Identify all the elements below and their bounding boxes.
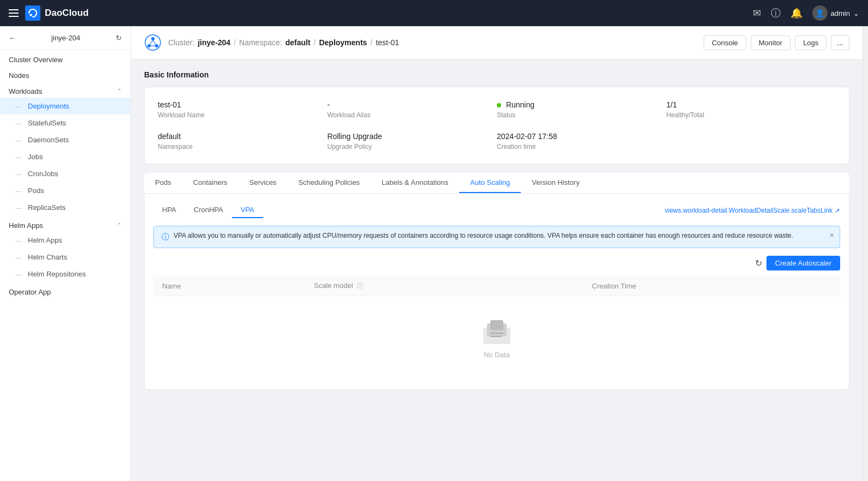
separator: / [370,38,372,47]
svg-point-3 [151,37,154,40]
tab-version-history[interactable]: Version History [521,173,590,193]
no-data-icon [480,318,513,345]
back-button[interactable]: ← [9,34,16,42]
current-page: test-01 [376,38,399,47]
sidebar-section-helm-apps[interactable]: Helm Apps ⌃ [0,216,130,232]
refresh-button[interactable]: ↻ [755,258,762,268]
page-header: Cluster: jinye-204 / Namespace: default … [131,26,863,59]
sidebar-item-statefulsets[interactable]: — StatefulSets [0,115,130,131]
username: admin [831,9,850,17]
message-icon[interactable]: ✉ [753,7,761,19]
logs-button[interactable]: Logs [795,35,827,50]
tab-services[interactable]: Services [239,173,288,193]
more-button[interactable]: ... [831,35,849,50]
col-scale-model: Scale model ⓘ [305,276,583,296]
sub-tab-cronhpa[interactable]: CronHPA [185,202,232,218]
tab-auto-scaling[interactable]: Auto Scaling [459,173,521,193]
dash-icon: — [15,137,21,143]
sidebar-section-workloads[interactable]: Workloads ⌃ [0,82,130,98]
sidebar-item-deployments[interactable]: — Deployments [0,98,130,115]
upgrade-policy-value: Rolling Upgrade [328,132,497,141]
sidebar-item-label: StatefulSets [28,119,66,127]
bell-icon[interactable]: 🔔 [790,7,802,19]
deployments-link[interactable]: Deployments [319,38,367,47]
sidebar-item-jobs[interactable]: — Jobs [0,148,130,165]
main-layout: ← jinye-204 ↻ Cluster Overview Nodes Wor… [0,26,868,481]
no-data-area: No Data [153,296,840,381]
sidebar-item-label: Jobs [28,153,43,161]
dash-icon: — [15,254,21,261]
dash-icon: — [15,205,21,211]
sidebar-item-helm-repositories[interactable]: — Helm Repositories [0,266,130,282]
sidebar-item-daemonsets[interactable]: — DaemonSets [0,131,130,148]
sidebar-item-label: Pods [28,187,44,195]
sidebar-item-replicasets[interactable]: — ReplicaSets [0,199,130,216]
sidebar-item-label: Helm Apps [9,221,43,230]
alert-text: VPA allows you to manually or automatica… [174,232,793,239]
refresh-icon[interactable]: ↻ [116,34,122,42]
cluster-icon [144,34,162,51]
sidebar-item-helm-charts[interactable]: — Helm Charts [0,249,130,266]
tab-containers[interactable]: Containers [182,173,239,193]
sub-tab-hpa[interactable]: HPA [153,202,185,218]
tab-labels-annotations[interactable]: Labels & Annotations [371,173,459,193]
sidebar-item-label: CronJobs [28,170,58,178]
sidebar-item-helm-apps-sub[interactable]: — Helm Apps [0,232,130,249]
user-menu[interactable]: 👤 admin ⌄ [812,5,859,21]
upgrade-policy-label: Upgrade Policy [328,143,497,151]
sidebar: ← jinye-204 ↻ Cluster Overview Nodes Wor… [0,26,131,481]
workload-name-label: Workload Name [158,111,328,119]
create-autoscaler-button[interactable]: Create Autoscaler [766,256,840,270]
namespace-field: default Namespace [158,130,328,153]
sidebar-item-cluster-overview[interactable]: Cluster Overview [0,50,130,66]
tab-scheduling-policies[interactable]: Scheduling Policies [287,173,371,193]
tab-pods[interactable]: Pods [144,173,182,193]
logo-text: DaoCloud [45,8,88,19]
topnav-right: ✉ ⓘ 🔔 👤 admin ⌄ [753,5,859,21]
workload-alias-label: Workload Alias [328,111,497,119]
scale-tabs-link[interactable]: views.workload-detail.WorkloadDetailScal… [665,207,840,214]
monitor-button[interactable]: Monitor [751,35,790,50]
header-actions: Console Monitor Logs ... [704,35,849,50]
external-link-icon: ➚ [835,207,840,214]
dash-icon: — [15,171,21,177]
upgrade-policy-field: Rolling Upgrade Upgrade Policy [328,130,497,153]
help-icon[interactable]: ⓘ [357,282,363,289]
status-value: Running [497,100,667,109]
basic-info-card: test-01 Workload Name - Workload Alias R… [144,87,849,164]
table-header: Name Scale model ⓘ Creation Time [153,276,840,296]
page-body: Basic Information test-01 Workload Name … [131,59,863,481]
sidebar-item-nodes[interactable]: Nodes [0,66,130,82]
dash-icon: — [15,237,21,244]
sidebar-item-pods[interactable]: — Pods [0,182,130,199]
cluster-label: Cluster: [168,38,194,47]
cluster-name[interactable]: jinye-204 [198,38,230,47]
table-header-row: Name Scale model ⓘ Creation Time [153,276,840,296]
namespace-label: Namespace: [239,38,282,47]
daocloud-logo-icon [25,5,40,21]
separator: / [314,38,316,47]
creation-time-label: Creation time [497,143,667,151]
workload-name-field: test-01 Workload Name [158,98,328,121]
creation-time-value: 2024-02-07 17:58 [497,132,667,141]
creation-time-field: 2024-02-07 17:58 Creation time [497,130,667,153]
close-icon[interactable]: × [830,231,834,239]
menu-icon[interactable] [9,9,19,17]
namespace-name[interactable]: default [286,38,311,47]
sub-tab-vpa[interactable]: VPA [232,202,263,218]
main-tabs: Pods Containers Services Scheduling Poli… [144,173,849,194]
svg-point-1 [29,14,32,16]
chevron-down-icon: ⌄ [853,9,859,17]
question-icon[interactable]: ⓘ [771,7,781,20]
sidebar-item-operator-app[interactable]: Operator App [0,282,130,298]
sidebar-item-cronjobs[interactable]: — CronJobs [0,165,130,182]
sidebar-item-label: Helm Charts [28,253,67,261]
chevron-up-icon: ⌃ [117,88,122,95]
content-area: Cluster: jinye-204 / Namespace: default … [131,26,863,481]
logo: DaoCloud [25,5,88,21]
scrollbar-area[interactable] [863,26,868,481]
sidebar-item-label: Cluster Overview [9,56,63,64]
sidebar-item-label: Deployments [28,102,69,110]
console-button[interactable]: Console [704,35,746,50]
svg-line-7 [153,40,156,45]
